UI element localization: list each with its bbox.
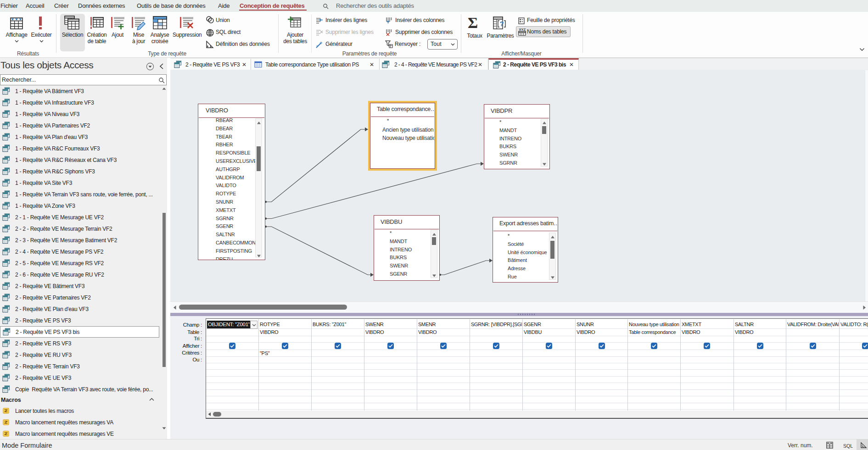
svg-text:?: ?	[500, 20, 504, 28]
svg-text:XYZ: XYZ	[519, 28, 526, 32]
